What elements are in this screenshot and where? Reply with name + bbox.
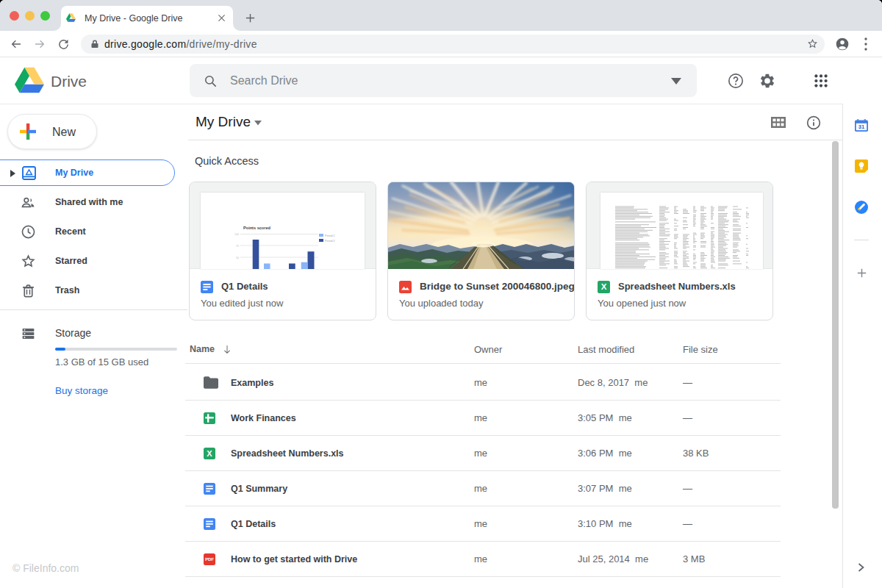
svg-text:50: 50 xyxy=(236,257,239,259)
svg-text:Period 1: Period 1 xyxy=(325,234,334,237)
svg-text:100: 100 xyxy=(234,233,239,236)
svg-text:31: 31 xyxy=(858,123,864,130)
svg-text:Points scored: Points scored xyxy=(243,226,271,230)
svg-text:Period 2: Period 2 xyxy=(325,240,334,243)
svg-text:75: 75 xyxy=(236,245,239,248)
